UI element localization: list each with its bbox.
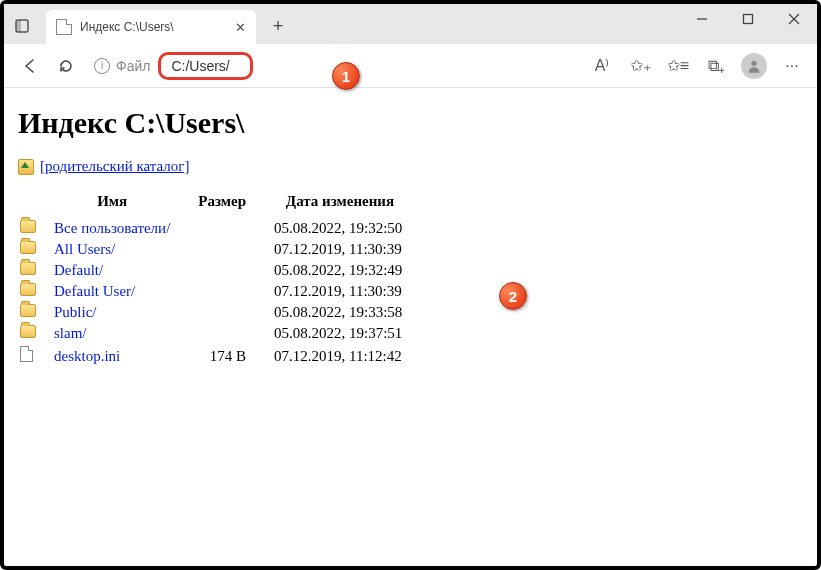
table-row: Все пользователи/05.08.2022, 19:32:50 — [20, 218, 420, 239]
entry-size — [184, 281, 260, 302]
favorites-button[interactable]: ✩≡ — [661, 49, 695, 83]
callout-2: 2 — [499, 282, 527, 310]
url-text[interactable]: C:/Users/ — [158, 52, 252, 80]
col-name: Имя — [40, 189, 184, 218]
callout-1: 1 — [332, 62, 360, 90]
folder-icon — [20, 241, 36, 254]
entry-size — [184, 260, 260, 281]
window-controls — [679, 4, 817, 34]
entry-date: 05.08.2022, 19:32:49 — [260, 260, 420, 281]
entry-link[interactable]: Все пользователи/ — [54, 220, 170, 236]
browser-tab[interactable]: Индекс C:\Users\ ✕ — [46, 10, 256, 44]
tab-title: Индекс C:\Users\ — [80, 20, 174, 34]
entry-link[interactable]: Public/ — [54, 304, 97, 320]
col-size: Размер — [184, 189, 260, 218]
toolbar: i Файл C:/Users/ A⁾ ✩₊ ✩≡ ⧉₊ ··· — [4, 44, 817, 88]
directory-listing: Имя Размер Дата изменения Все пользовате… — [20, 189, 420, 368]
col-date: Дата изменения — [260, 189, 420, 218]
table-row: desktop.ini174 B07.12.2019, 11:12:42 — [20, 344, 420, 368]
svg-point-6 — [751, 60, 756, 65]
entry-date: 07.12.2019, 11:30:39 — [260, 281, 420, 302]
page-icon — [56, 19, 72, 35]
entry-size — [184, 239, 260, 260]
table-row: Default/05.08.2022, 19:32:49 — [20, 260, 420, 281]
menu-button[interactable]: ··· — [775, 49, 809, 83]
entry-date: 07.12.2019, 11:12:42 — [260, 344, 420, 368]
table-row: Public/05.08.2022, 19:33:58 — [20, 302, 420, 323]
folder-icon — [20, 304, 36, 317]
folder-icon — [20, 325, 36, 338]
entry-link[interactable]: slam/ — [54, 325, 87, 341]
maximize-button[interactable] — [725, 4, 771, 34]
table-row: slam/05.08.2022, 19:37:51 — [20, 323, 420, 344]
page-content: Индекс C:\Users\ [родительский каталог] … — [4, 88, 817, 386]
page-heading: Индекс C:\Users\ — [18, 106, 803, 140]
entry-size — [184, 323, 260, 344]
add-favorite-button[interactable]: ✩₊ — [623, 49, 657, 83]
entry-link[interactable]: All Users/ — [54, 241, 115, 257]
profile-button[interactable] — [737, 49, 771, 83]
entry-size: 174 B — [184, 344, 260, 368]
entry-date: 05.08.2022, 19:37:51 — [260, 323, 420, 344]
read-aloud-button[interactable]: A⁾ — [585, 49, 619, 83]
entry-link[interactable]: desktop.ini — [54, 348, 120, 364]
new-tab-button[interactable]: + — [264, 12, 292, 40]
parent-dir-icon — [18, 159, 34, 175]
titlebar: Индекс C:\Users\ ✕ + — [4, 4, 817, 44]
folder-icon — [20, 262, 36, 275]
folder-icon — [20, 283, 36, 296]
tab-actions-button[interactable] — [8, 12, 36, 40]
collections-button[interactable]: ⧉₊ — [699, 49, 733, 83]
entry-date: 05.08.2022, 19:33:58 — [260, 302, 420, 323]
close-window-button[interactable] — [771, 4, 817, 34]
url-scheme-label: Файл — [116, 58, 150, 74]
entry-date: 07.12.2019, 11:30:39 — [260, 239, 420, 260]
folder-icon — [20, 220, 36, 233]
back-button[interactable] — [12, 48, 48, 84]
entry-link[interactable]: Default/ — [54, 262, 103, 278]
minimize-button[interactable] — [679, 4, 725, 34]
tab-close-button[interactable]: ✕ — [232, 19, 248, 35]
file-icon — [20, 346, 33, 362]
entry-link[interactable]: Default User/ — [54, 283, 135, 299]
entry-date: 05.08.2022, 19:32:50 — [260, 218, 420, 239]
site-info-icon[interactable]: i — [94, 58, 110, 74]
svg-rect-1 — [16, 20, 21, 32]
table-row: Default User/07.12.2019, 11:30:39 — [20, 281, 420, 302]
parent-dir-link[interactable]: [родительский каталог] — [40, 158, 190, 175]
refresh-button[interactable] — [48, 48, 84, 84]
entry-size — [184, 302, 260, 323]
table-row: All Users/07.12.2019, 11:30:39 — [20, 239, 420, 260]
entry-size — [184, 218, 260, 239]
svg-rect-3 — [744, 15, 753, 24]
address-bar[interactable]: i Файл C:/Users/ — [94, 52, 253, 80]
